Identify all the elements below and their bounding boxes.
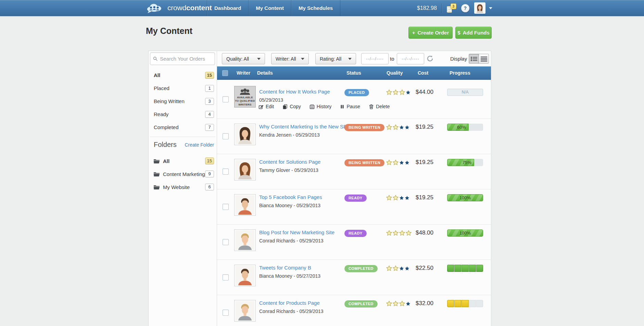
order-title-link[interactable]: Content for Products Page — [259, 300, 320, 306]
display-label: Display — [450, 56, 467, 62]
row-checkbox[interactable] — [223, 204, 229, 210]
progress-segment — [476, 300, 483, 307]
delete-action-button[interactable]: Delete — [369, 104, 390, 109]
chevron-down-icon — [348, 58, 352, 60]
status-badge: PLACED — [344, 89, 369, 96]
user-avatar[interactable] — [474, 2, 485, 14]
refresh-icon[interactable] — [426, 55, 434, 63]
progress-na: N/A — [447, 89, 483, 96]
order-title-link[interactable]: Content for Solutions Page — [259, 159, 320, 165]
star-yellow-icon — [393, 89, 399, 95]
writer-avatar — [234, 265, 256, 286]
order-title-link[interactable]: Top 5 Facebook Fan Pages — [259, 194, 322, 200]
progress-segment — [469, 265, 476, 272]
row-checkbox[interactable] — [223, 310, 229, 316]
add-funds-button[interactable]: $ Add Funds — [455, 27, 492, 39]
progress-bar: 100% — [447, 229, 483, 237]
sidebar-divider — [150, 137, 215, 137]
order-progress — [447, 265, 483, 272]
notifications-icon[interactable]: 3 — [447, 3, 456, 13]
dollar-icon: $ — [457, 30, 460, 36]
order-byline: Kendra Jensen - 05/29/2013 — [259, 132, 320, 138]
folder-item-content-marketing[interactable]: Content Marketing9 — [149, 167, 217, 180]
writer-avatar — [234, 124, 256, 145]
folders-header: Folders Create Folder — [154, 141, 214, 150]
writer-filter-dropdown[interactable]: Writer: All — [271, 53, 309, 64]
order-row: Content for Solutions Page Tammy Glover … — [217, 154, 491, 189]
order-title-link[interactable]: Content for How It Works Page — [259, 89, 330, 95]
row-checkbox[interactable] — [223, 239, 229, 245]
writer-avatar — [234, 194, 256, 216]
create-order-button[interactable]: + Create Order — [408, 27, 453, 39]
status-filter-being-written[interactable]: Being Written3 — [149, 95, 217, 108]
order-byline: Conrad Richards - 05/29/2013 — [259, 238, 324, 243]
progress-segment — [462, 300, 468, 307]
row-checkbox[interactable] — [223, 133, 229, 139]
star-yellow-icon — [393, 301, 399, 306]
account-menu-caret-icon[interactable] — [489, 7, 492, 9]
copy-action-button[interactable]: Copy — [282, 104, 301, 109]
pause-action-button[interactable]: Pause — [340, 104, 360, 109]
row-checkbox[interactable] — [223, 274, 229, 280]
search-input[interactable] — [160, 56, 212, 62]
order-cost: $32.00 — [409, 300, 440, 307]
folder-item-my-website[interactable]: My Website6 — [149, 180, 217, 193]
main-nav: Dashboard My Content My Schedules — [207, 0, 340, 16]
order-row: Tweets for Company B Bianca Mooney - 05/… — [217, 260, 491, 295]
nav-woman-avatar — [475, 3, 485, 13]
brand-logo[interactable]: crowdcontent — [145, 2, 212, 14]
folder-icon — [153, 159, 160, 164]
writer-avatar — [234, 159, 256, 180]
order-progress: N/A — [447, 89, 483, 96]
count-badge: 6 — [205, 184, 214, 190]
notifications-count-badge: 3 — [451, 3, 456, 9]
order-byline: Bianca Mooney - 05/27/2013 — [259, 273, 320, 279]
status-filter-all[interactable]: All15 — [149, 69, 217, 82]
edit-action-button[interactable]: Edit — [258, 104, 274, 109]
star-yellow-icon — [386, 230, 392, 236]
count-badge: 15 — [205, 72, 214, 79]
order-byline: Tammy Glover - 05/29/2013 — [259, 167, 318, 173]
row-checkbox[interactable] — [223, 168, 229, 175]
display-compact-button[interactable] — [479, 54, 489, 64]
date-from-input[interactable] — [361, 53, 389, 64]
progress-bar: 75% — [447, 159, 483, 166]
select-all-checkbox[interactable] — [222, 70, 228, 76]
navbar-right: $182.98 3 ? — [417, 0, 492, 16]
progress-segment — [447, 300, 454, 307]
display-detailed-button[interactable] — [469, 54, 479, 64]
status-filter-ready[interactable]: Ready4 — [149, 108, 217, 121]
star-yellow-icon — [399, 230, 405, 236]
order-title-link[interactable]: Tweets for Company B — [259, 265, 311, 271]
folder-icon — [153, 185, 160, 190]
folders-heading: Folders — [154, 141, 177, 148]
help-icon[interactable]: ? — [461, 4, 469, 12]
quality-stars — [386, 195, 409, 201]
nav-item-my-schedules[interactable]: My Schedules — [291, 0, 340, 16]
man-blond-avatar — [235, 301, 255, 321]
quality-filter-dropdown[interactable]: Quality: All — [222, 53, 265, 64]
progress-bar: 100% — [447, 194, 483, 201]
history-action-button[interactable]: History — [310, 104, 332, 109]
status-filter-placed[interactable]: Placed1 — [149, 82, 217, 95]
count-badge: 4 — [205, 111, 214, 118]
nav-item-my-content[interactable]: My Content — [248, 0, 291, 16]
row-checkbox[interactable] — [223, 96, 229, 102]
folder-item-all[interactable]: All15 — [149, 154, 217, 167]
brand-name: crowdcontent — [167, 4, 212, 12]
nav-item-dashboard[interactable]: Dashboard — [207, 0, 248, 16]
rating-filter-dropdown[interactable]: Rating: All — [315, 53, 356, 64]
star-yellow-icon — [393, 195, 399, 201]
star-dark-icon — [399, 266, 404, 271]
edit-icon — [258, 104, 264, 109]
status-filter-completed[interactable]: Completed7 — [149, 121, 217, 134]
create-folder-link[interactable]: Create Folder — [185, 142, 214, 148]
order-actions: EditCopyHistoryPauseDelete — [258, 104, 390, 109]
woman-curly-avatar — [235, 125, 255, 144]
date-to-input[interactable] — [397, 53, 424, 64]
order-title-link[interactable]: Blog Post for New Marketing Site — [259, 229, 334, 235]
order-title-link[interactable]: Why Content Marketing Is the New SEO — [259, 124, 351, 129]
order-byline: 05/29/2013 — [259, 97, 283, 103]
quality-stars — [386, 89, 411, 95]
writer-avatar — [234, 300, 256, 322]
